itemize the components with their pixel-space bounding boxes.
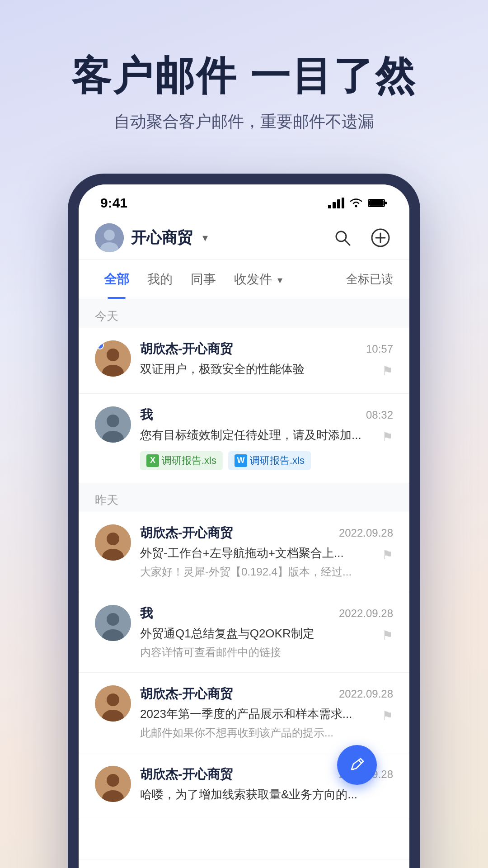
svg-line-12 [345, 240, 350, 245]
wifi-icon [349, 198, 363, 208]
battery-icon [368, 198, 388, 208]
sender-avatar [95, 340, 131, 377]
svg-point-4 [355, 205, 357, 207]
email-content: 我 08:32 您有目标绩效制定任待处理，请及时添加... ⚑ X 调研报告.x… [140, 406, 393, 470]
status-bar: 9:41 [79, 184, 409, 216]
email-subject-row: 您有目标绩效制定任待处理，请及时添加... ⚑ [140, 427, 393, 447]
compose-icon [348, 756, 366, 774]
email-header-row: 胡欣杰-开心商贸 2022.09.28 [140, 685, 393, 703]
email-subject-row: 2023年第一季度的产品展示和样本需求... ⚑ [140, 706, 393, 726]
email-list: 今天 胡欣杰-开心商贸 10:57 [79, 299, 409, 819]
sender-avatar [95, 605, 131, 641]
sender-avatar [95, 524, 131, 561]
svg-rect-7 [369, 200, 384, 206]
bottom-nav: 邮箱 消息 [79, 859, 409, 868]
svg-point-23 [107, 533, 119, 545]
email-item[interactable]: 我 2022.09.28 外贸通Q1总结复盘与Q2OKR制定 ⚑ 内容详情可查看… [79, 592, 409, 673]
hero-section: 客户邮件 一目了然 自动聚合客户邮件，重要邮件不遗漏 [0, 0, 488, 160]
svg-point-20 [107, 415, 119, 427]
flag-icon[interactable]: ⚑ [382, 363, 393, 378]
email-sender: 胡欣杰-开心商贸 [140, 766, 233, 783]
date-header-yesterday: 昨天 [79, 483, 409, 512]
email-sender: 胡欣杰-开心商贸 [140, 524, 233, 542]
attachment-excel[interactable]: X 调研报告.xls [140, 451, 223, 470]
email-sender: 胡欣杰-开心商贸 [140, 340, 233, 358]
email-subject: 2023年第一季度的产品展示和样本需求... [140, 706, 382, 722]
email-time: 08:32 [366, 409, 393, 421]
email-content: 胡欣杰-开心商贸 2022.09.28 2023年第一季度的产品展示和样本需求.… [140, 685, 393, 740]
email-subject: 哈喽，为了增加线索获取量&业务方向的... [140, 787, 393, 802]
email-item[interactable]: 我 08:32 您有目标绩效制定任待处理，请及时添加... ⚑ X 调研报告.x… [79, 394, 409, 483]
company-name: 开心商贸 [131, 227, 192, 248]
email-sender: 我 [140, 605, 153, 622]
email-content: 我 2022.09.28 外贸通Q1总结复盘与Q2OKR制定 ⚑ 内容详情可查看… [140, 605, 393, 660]
mark-all-read-button[interactable]: 全标已读 [346, 271, 393, 287]
attachment-word[interactable]: W 调研报告.xls [228, 451, 311, 470]
email-time: 2022.09.28 [339, 527, 393, 539]
attachment-name: 调研报告.xls [162, 454, 216, 467]
date-header-today: 今天 [79, 299, 409, 328]
email-header-row: 胡欣杰-开心商贸 2022.09.28 [140, 524, 393, 542]
svg-point-9 [104, 230, 115, 241]
tab-mine[interactable]: 我的 [138, 260, 182, 299]
email-item[interactable]: 胡欣杰-开心商贸 10:57 双证用户，极致安全的性能体验 ⚑ [79, 328, 409, 394]
flag-icon[interactable]: ⚑ [382, 547, 393, 562]
compose-fab[interactable] [337, 745, 377, 785]
sender-avatar [95, 685, 131, 722]
email-preview: 此邮件如果你不想再收到该产品的提示... [140, 726, 393, 740]
email-content: 胡欣杰-开心商贸 10:57 双证用户，极致安全的性能体验 ⚑ [140, 340, 393, 381]
flag-icon[interactable]: ⚑ [382, 708, 393, 723]
phone-screen: 9:41 [79, 184, 409, 868]
svg-rect-6 [385, 202, 387, 204]
email-header-row: 我 2022.09.28 [140, 605, 393, 622]
hero-subtitle: 自动聚合客户邮件，重要邮件不遗漏 [27, 111, 461, 133]
email-subject-row: 双证用户，极致安全的性能体验 ⚑ [140, 361, 393, 381]
attachment-name: 调研报告.xls [250, 454, 305, 467]
status-icons [328, 198, 388, 208]
app-header: 开心商贸 ▾ [79, 216, 409, 260]
email-item[interactable]: 胡欣杰-开心商贸 2022.09.28 外贸-工作台+左导航拖动+文档聚合上..… [79, 512, 409, 592]
word-icon: W [235, 454, 247, 467]
email-preview: 内容详情可查看邮件中的链接 [140, 645, 393, 660]
tab-colleague[interactable]: 同事 [182, 260, 225, 299]
email-subject: 您有目标绩效制定任待处理，请及时添加... [140, 427, 382, 443]
excel-icon: X [146, 454, 159, 467]
email-content: 胡欣杰-开心商贸 2022.09.28 外贸-工作台+左导航拖动+文档聚合上..… [140, 524, 393, 579]
svg-rect-1 [333, 202, 336, 208]
sender-avatar [95, 406, 131, 443]
email-subject: 外贸通Q1总结复盘与Q2OKR制定 [140, 626, 382, 642]
email-subject-row: 哈喽，为了增加线索获取量&业务方向的... [140, 787, 393, 806]
company-dropdown-arrow[interactable]: ▾ [202, 231, 208, 244]
email-preview: 大家好！灵犀-外贸【0.192.4】版本，经过... [140, 565, 393, 579]
tab-all[interactable]: 全部 [95, 260, 138, 299]
svg-rect-0 [328, 205, 331, 208]
svg-point-17 [107, 349, 119, 361]
email-time: 10:57 [366, 343, 393, 355]
svg-point-26 [107, 613, 119, 626]
search-button[interactable] [330, 225, 355, 250]
unread-dot [96, 341, 104, 349]
svg-point-32 [107, 774, 119, 787]
tab-inbox-outbox[interactable]: 收发件 ▾ [225, 260, 291, 299]
email-time: 2022.09.28 [339, 607, 393, 620]
status-time: 9:41 [100, 195, 127, 211]
header-actions [330, 225, 393, 250]
email-item[interactable]: 胡欣杰-开心商贸 2022.09.28 2023年第一季度的产品展示和样本需求.… [79, 673, 409, 753]
add-button[interactable] [368, 225, 393, 250]
email-sender: 胡欣杰-开心商贸 [140, 685, 233, 703]
email-time: 2022.09.28 [339, 688, 393, 700]
email-subject: 双证用户，极致安全的性能体验 [140, 361, 382, 377]
attachment-tags: X 调研报告.xls W 调研报告.xls [140, 451, 393, 470]
email-subject-row: 外贸-工作台+左导航拖动+文档聚合上... ⚑ [140, 545, 393, 565]
hero-title: 客户邮件 一目了然 [27, 54, 461, 98]
sender-avatar [95, 766, 131, 802]
flag-icon[interactable]: ⚑ [382, 429, 393, 444]
flag-icon[interactable]: ⚑ [382, 628, 393, 643]
signal-icon [328, 198, 344, 208]
email-header-row: 胡欣杰-开心商贸 10:57 [140, 340, 393, 358]
email-sender: 我 [140, 406, 153, 424]
svg-rect-3 [342, 198, 344, 208]
company-avatar[interactable] [95, 223, 124, 252]
phone-wrapper: 9:41 [68, 174, 420, 868]
email-header-row: 我 08:32 [140, 406, 393, 424]
